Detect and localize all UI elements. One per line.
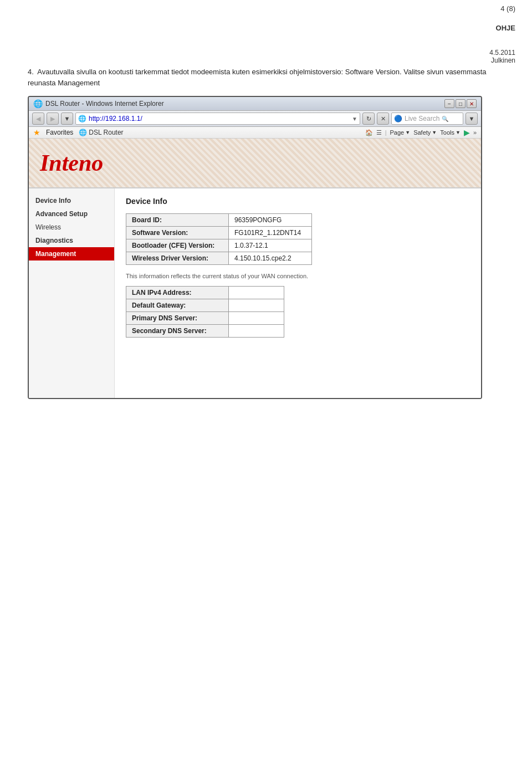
wan-info-value bbox=[229, 325, 284, 338]
search-box[interactable]: 🔵 Live Search 🔍 bbox=[391, 113, 463, 125]
instruction-text: 4. Avautuvalla sivulla on kootusti tarke… bbox=[28, 67, 510, 88]
julkinen-label: Julkinen bbox=[489, 57, 515, 64]
fav-tools-right: 🏠 ☰ | Page ▼ Safety ▼ Tools ▼ ▶ » bbox=[365, 128, 477, 137]
wan-info-label: Secondary DNS Server: bbox=[126, 325, 229, 338]
device-info-value: 1.0.37-12.1 bbox=[229, 239, 312, 252]
router-sidebar: Device Info Advanced Setup Wireless Diag… bbox=[29, 188, 115, 398]
fav-globe-icon: 🌐 bbox=[79, 129, 87, 136]
address-globe-icon: 🌐 bbox=[78, 115, 86, 122]
browser-globe-icon: 🌐 bbox=[33, 99, 42, 108]
instruction-number: 4. bbox=[28, 68, 34, 76]
forward-button[interactable]: ▶ bbox=[47, 113, 59, 125]
sidebar-item-advanced-setup[interactable]: Advanced Setup bbox=[29, 207, 114, 221]
device-info-row: Software Version:FG101R2_1.12DNT14 bbox=[126, 227, 312, 239]
address-dropdown-icon: ▼ bbox=[352, 116, 357, 122]
restore-button[interactable]: □ bbox=[456, 99, 466, 108]
router-main-title: Device Info bbox=[126, 197, 470, 206]
close-button[interactable]: ✕ bbox=[467, 99, 477, 108]
date-label: 4.5.2011 bbox=[489, 49, 515, 57]
safety-menu-arrow: ▼ bbox=[432, 130, 437, 135]
sidebar-item-device-info[interactable]: Device Info bbox=[29, 194, 114, 207]
help-icon[interactable]: ▶ bbox=[464, 128, 470, 137]
minimize-button[interactable]: − bbox=[444, 99, 454, 108]
favorites-star-icon: ★ bbox=[33, 128, 40, 137]
page-menu-label: Page bbox=[390, 129, 405, 136]
device-info-row: Board ID:96359PONGFG bbox=[126, 214, 312, 227]
separator: | bbox=[385, 129, 387, 136]
wan-info-value bbox=[229, 287, 284, 299]
instruction-body: Avautuvalla sivulla on kootusti tarkemma… bbox=[28, 68, 487, 87]
wan-info-row: Default Gateway: bbox=[126, 299, 284, 312]
browser-title-text: DSL Router - Windows Internet Explorer bbox=[45, 100, 164, 108]
wan-info-row: Primary DNS Server: bbox=[126, 312, 284, 325]
device-info-table: Board ID:96359PONGFGSoftware Version:FG1… bbox=[126, 213, 312, 265]
tools-menu-button[interactable]: Tools ▼ bbox=[440, 129, 461, 136]
wan-info-value bbox=[229, 312, 284, 325]
router-main: Device Info Board ID:96359PONGFGSoftware… bbox=[115, 188, 481, 398]
dropdown-button[interactable]: ▼ bbox=[61, 113, 73, 125]
page-menu-arrow: ▼ bbox=[405, 130, 410, 135]
device-info-label: Software Version: bbox=[126, 227, 229, 239]
toolbar-icon[interactable]: ☰ bbox=[376, 129, 382, 136]
wan-info-row: Secondary DNS Server: bbox=[126, 325, 284, 338]
page-menu-button[interactable]: Page ▼ bbox=[390, 129, 411, 136]
browser-window-controls[interactable]: − □ ✕ bbox=[444, 99, 477, 108]
home-icon[interactable]: 🏠 bbox=[365, 129, 373, 136]
device-info-label: Wireless Driver Version: bbox=[126, 252, 229, 265]
search-dropdown-button[interactable]: ▼ bbox=[466, 113, 478, 125]
tools-menu-label: Tools bbox=[440, 129, 454, 136]
address-text: http://192.168.1.1/ bbox=[89, 115, 350, 122]
safety-menu-label: Safety bbox=[413, 129, 431, 136]
browser-titlebar: 🌐 DSL Router - Windows Internet Explorer… bbox=[29, 97, 481, 111]
sidebar-item-wireless[interactable]: Wireless bbox=[29, 221, 114, 234]
favorites-label[interactable]: Favorites bbox=[46, 129, 73, 136]
device-info-value: FG101R2_1.12DNT14 bbox=[229, 227, 312, 239]
device-info-row: Bootloader (CFE) Version:1.0.37-12.1 bbox=[126, 239, 312, 252]
wan-info-label: Default Gateway: bbox=[126, 299, 229, 312]
device-info-row: Wireless Driver Version:4.150.10.15.cpe2… bbox=[126, 252, 312, 265]
live-search-icon: 🔵 bbox=[394, 115, 402, 122]
main-content: 4. Avautuvalla sivulla on kootusti tarke… bbox=[28, 67, 510, 399]
sidebar-item-diagnostics[interactable]: Diagnostics bbox=[29, 234, 114, 247]
router-body: Device Info Advanced Setup Wireless Diag… bbox=[29, 187, 481, 398]
refresh-button[interactable]: ↻ bbox=[362, 113, 375, 125]
search-go-button[interactable]: 🔍 bbox=[442, 116, 451, 122]
wan-info-label: LAN IPv4 Address: bbox=[126, 287, 229, 299]
browser-title-left: 🌐 DSL Router - Windows Internet Explorer bbox=[33, 99, 164, 108]
device-info-value: 96359PONGFG bbox=[229, 214, 312, 227]
inteno-banner: Inteno bbox=[29, 139, 481, 187]
wan-info-value bbox=[229, 299, 284, 312]
wan-info-row: LAN IPv4 Address: bbox=[126, 287, 284, 299]
dsl-router-tab-label: DSL Router bbox=[89, 129, 123, 136]
info-note: This information reflects the current st… bbox=[126, 273, 470, 279]
safety-menu-button[interactable]: Safety ▼ bbox=[413, 129, 437, 136]
device-info-value: 4.150.10.15.cpe2.2 bbox=[229, 252, 312, 265]
extend-icon[interactable]: » bbox=[473, 129, 477, 136]
page-number: 4 (8) bbox=[489, 4, 515, 13]
favorites-bar: ★ Favorites 🌐 DSL Router 🏠 ☰ | Page ▼ Sa… bbox=[29, 127, 481, 139]
wan-info-table: LAN IPv4 Address:Default Gateway:Primary… bbox=[126, 286, 284, 338]
stop-button[interactable]: ✕ bbox=[377, 113, 389, 125]
device-info-label: Board ID: bbox=[126, 214, 229, 227]
page-header: 4 (8) OHJE 4.5.2011 Julkinen bbox=[489, 4, 515, 64]
address-bar[interactable]: 🌐 http://192.168.1.1/ ▼ bbox=[75, 113, 360, 125]
inteno-logo: Inteno bbox=[40, 150, 103, 176]
tools-menu-arrow: ▼ bbox=[456, 130, 461, 135]
browser-window: 🌐 DSL Router - Windows Internet Explorer… bbox=[28, 96, 482, 399]
browser-content: Inteno Device Info Advanced Setup Wirele… bbox=[29, 139, 481, 398]
device-info-label: Bootloader (CFE) Version: bbox=[126, 239, 229, 252]
ohje-label: OHJE bbox=[489, 24, 515, 32]
sidebar-item-management[interactable]: Management bbox=[29, 247, 114, 261]
wan-info-label: Primary DNS Server: bbox=[126, 312, 229, 325]
browser-toolbar: ◀ ▶ ▼ 🌐 http://192.168.1.1/ ▼ ↻ ✕ 🔵 Live… bbox=[29, 111, 481, 127]
dsl-router-favorite[interactable]: 🌐 DSL Router bbox=[79, 129, 123, 136]
live-search-text: Live Search bbox=[405, 115, 439, 122]
back-button[interactable]: ◀ bbox=[32, 113, 44, 125]
